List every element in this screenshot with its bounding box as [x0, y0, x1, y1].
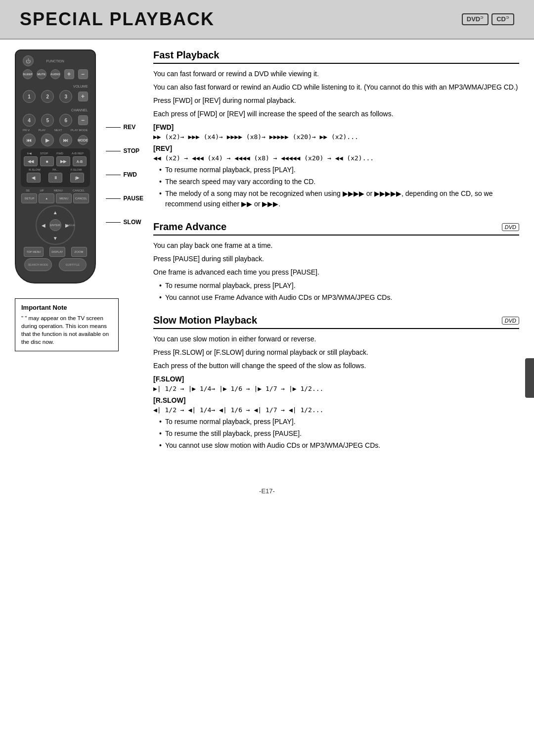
transport-btn-row: ◀◀ ■ ▶▶ A-B [23, 156, 88, 166]
slow-callout: SLOW [106, 219, 143, 226]
play-row: ⏮ ▶ ⏭ MODE [21, 134, 90, 146]
sleep-button[interactable]: SLEEP [23, 69, 33, 79]
play-button[interactable]: ▶ [41, 134, 54, 146]
page-header: SPECIAL PLAYBACK DVD⊃ CD⊃ [0, 0, 534, 40]
slow-label-row: R.SLOW PA... F.SLOW [23, 168, 88, 171]
format-badges: DVD⊃ CD⊃ [462, 13, 514, 25]
cancel-label-remote: CANCEL [73, 189, 85, 192]
slow-motion-press: Press [R.SLOW] or [F.SLOW] during normal… [153, 347, 519, 358]
prev-button[interactable]: ⏮ [23, 134, 36, 146]
up-button[interactable]: ▲ [39, 193, 54, 203]
num5-button[interactable]: 5 [41, 114, 54, 127]
stop-label: STOP [40, 152, 48, 155]
fast-playback-each: Each press of [FWD] or [REV] will increa… [153, 109, 519, 119]
nav-up[interactable]: ▲ [50, 208, 60, 216]
nav-down[interactable]: ▼ [50, 234, 60, 242]
top-control-row: SLEEP MUTE AUDIO + − [21, 69, 90, 79]
pause-line [106, 198, 121, 199]
page-tab [525, 358, 534, 398]
setup-label: SE [26, 189, 30, 192]
frame-advance-press: Press [PAUSE] during still playback. [153, 254, 519, 264]
channel-plus-button[interactable]: + [78, 92, 88, 101]
callout-labels: REV STOP FWD PAUSE SLOW [106, 49, 143, 237]
rev-label: [REV] [153, 144, 519, 152]
cancel-button[interactable]: CANCEL [73, 193, 89, 203]
slow-motion-title: Slow Motion Playback DVD [153, 315, 519, 329]
num1-button[interactable]: 1 [23, 90, 36, 103]
menu-label: MENU [54, 189, 63, 192]
angle-label: ANGLE [65, 224, 75, 227]
fwd-sequence: ▶▶ (x2)→ ▶▶▶ (x4)→ ▶▶▶▶ (x8)→ ▶▶▶▶▶ (x20… [153, 133, 519, 141]
enter-button[interactable]: ENTER [49, 219, 61, 231]
mute-button[interactable]: MUTE [37, 69, 46, 79]
fslow-label: [F.SLOW] [153, 375, 519, 383]
setup-btn-row: SETUP ▲ MENU CANCEL [21, 193, 90, 203]
next-label: NEXT [54, 129, 62, 132]
important-note-body: " " may appear on the TV screen during o… [21, 314, 112, 346]
rslow-label: R.SLOW [29, 168, 41, 171]
topmenu-button[interactable]: TOP MENU [24, 247, 44, 257]
abrep-button[interactable]: A-B [73, 156, 87, 166]
subtitle-button[interactable]: SUBTITLE [59, 258, 87, 271]
play-label: PLAY [38, 129, 45, 132]
fslow-button[interactable]: |▶ [70, 173, 84, 183]
next-button[interactable]: ⏭ [59, 134, 72, 146]
channel-minus-button[interactable]: − [78, 115, 88, 125]
transport-section: H◀ STOP FWD A-B REP ◀◀ ■ ▶▶ A-B R.SLOW [21, 148, 90, 187]
prev-label: PR.V [23, 129, 30, 132]
fslow-sequence: ▶| 1/2 → |▶ 1/4→ |▶ 1/6 → |▶ 1/7 → |▶ 1/… [153, 385, 519, 392]
fast-playback-intro2: You can also fast forward or rewind an A… [153, 82, 519, 93]
volume-minus-button[interactable]: − [78, 69, 88, 79]
volume-plus-button[interactable]: + [64, 69, 74, 79]
rev-sequence: ◀◀ (x2) → ◀◀◀ (x4) → ◀◀◀◀ (x8) → ◀◀◀◀◀ (… [153, 154, 519, 162]
num3-button[interactable]: 3 [59, 90, 72, 103]
display-button[interactable]: DISPLAY [49, 247, 65, 257]
fwd-callout: FWD [106, 171, 143, 178]
navigation-circle: ▲ ▼ ◀ ▶ ENTER ANGLE [36, 205, 75, 245]
playmode-label-row: PR.V PLAY NEXT PLAY MODE [21, 129, 90, 132]
playmode-label: PLAY MODE [71, 129, 88, 132]
pause-button[interactable]: ⏸ [48, 173, 62, 183]
num6-button[interactable]: 6 [59, 114, 72, 127]
fast-bullet-3: The melody of a song may not be recogniz… [159, 189, 519, 209]
slow-line [106, 222, 121, 223]
remote-control: ⏻ FUNCTION SLEEP MUTE AUDIO + − VOLUME [15, 49, 96, 284]
volume-label: VOLUME [73, 85, 88, 88]
pause-callout-text: PAUSE [124, 195, 143, 202]
frame-bullet-2: You cannot use Frame Advance with Audio … [159, 292, 519, 303]
searchmode-button[interactable]: SEARCH MODE [24, 258, 52, 271]
number-row-2: 4 5 6 − [21, 114, 90, 127]
frame-bullet-1: To resume normal playback, press [PLAY]. [159, 281, 519, 291]
num4-button[interactable]: 4 [23, 114, 36, 127]
stop-button[interactable]: ■ [40, 156, 54, 166]
transport-label-row: H◀ STOP FWD A-B REP [23, 151, 88, 155]
stop-line [106, 151, 121, 151]
fast-playback-title: Fast Playback [153, 49, 519, 64]
rslow-label: [R.SLOW] [153, 396, 519, 404]
main-content: ⏻ FUNCTION SLEEP MUTE AUDIO + − VOLUME [0, 40, 534, 472]
slow-bullet-2: To resume the still playback, press [PAU… [159, 428, 519, 439]
rev-callout: REV [106, 124, 143, 131]
slow-btn-row: ◀| ⏸ |▶ [23, 173, 88, 183]
nav-left[interactable]: ◀ [39, 221, 48, 229]
up-label: UP [40, 189, 44, 192]
zoom-button[interactable]: ZOOM [71, 247, 87, 257]
slow-callout-text: SLOW [124, 219, 141, 226]
power-button[interactable]: ⏻ [23, 55, 34, 66]
stop-callout-text: STOP [124, 147, 139, 154]
pause-label-2: PA... [52, 168, 59, 171]
audio-button[interactable]: AUDIO [50, 69, 60, 79]
menu-button[interactable]: MENU [56, 193, 72, 203]
rev-callout-text: REV [124, 124, 136, 131]
fast-bullet-2: The search speed may vary according to t… [159, 177, 519, 187]
page-footer: -E17- [0, 482, 534, 500]
search-row: SEARCH MODE SUBTITLE [21, 258, 90, 271]
rew-button[interactable]: ◀◀ [24, 156, 38, 166]
slow-motion-section: Slow Motion Playback DVD You can use slo… [153, 315, 519, 451]
playmode-button[interactable]: MODE [78, 135, 88, 145]
setup-row: SE UP MENU CANCEL [21, 189, 90, 192]
fwd-button[interactable]: ▶▶ [56, 156, 70, 166]
rslow-button[interactable]: ◀| [27, 173, 41, 183]
setup-button[interactable]: SETUP [21, 193, 37, 203]
num2-button[interactable]: 2 [41, 90, 54, 103]
